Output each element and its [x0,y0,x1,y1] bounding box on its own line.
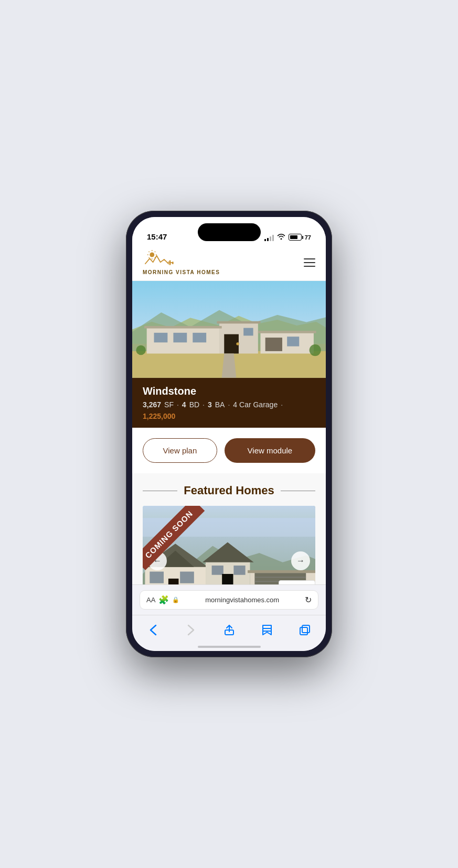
svg-line-7 [155,252,155,252]
hero-ba-value: 3 [208,400,212,409]
recaptcha-icon [290,584,304,584]
coming-soon-ribbon: COMING SOON [143,506,227,584]
svg-rect-21 [193,333,206,342]
svg-point-30 [310,344,321,356]
browser-lock-icon: 🔒 [172,596,179,603]
phone-frame: 15:47 [126,211,332,657]
svg-rect-28 [287,337,299,346]
hero-image [132,281,326,378]
featured-card: COMING SOON ← → [143,506,315,584]
browser-reload-button[interactable]: ↻ [305,595,312,605]
svg-rect-19 [154,333,168,342]
hamburger-menu[interactable] [304,258,315,267]
phone-screen: 15:47 [132,217,326,651]
back-button[interactable] [143,620,164,641]
hero-house-name: Windstone [143,385,315,397]
featured-image: COMING SOON ← → [143,506,315,584]
logo-image [143,249,185,268]
heading-line-right [281,491,315,491]
view-module-button[interactable]: View module [225,438,315,463]
svg-point-29 [136,345,145,355]
svg-rect-20 [173,333,187,342]
hero-info-banner: Windstone 3,267 SF · 4 BD · 3 BA · 4 Car… [132,378,326,428]
hero-sf-value: 3,267 [143,400,161,409]
svg-line-5 [148,252,149,252]
battery-percent: 77 [305,234,311,241]
svg-rect-44 [233,566,245,575]
browser-bar: AA 🧩 🔒 morningvistahomes.com ↻ [132,584,326,615]
home-indicator [198,646,261,648]
svg-rect-26 [258,331,316,334]
recaptcha-badge: Privacy · Terms [279,580,315,584]
browser-url-text[interactable]: morningvistahomes.com [183,596,302,604]
wifi-icon [277,233,285,241]
svg-marker-31 [222,354,237,378]
svg-rect-27 [265,338,282,351]
hero-bd-value: 4 [182,400,186,409]
hero-garage: 4 Car Garage [233,400,278,409]
coming-soon-label: COMING SOON [143,506,205,570]
scroll-area[interactable]: MORNING VISTA HOMES [132,244,326,584]
svg-rect-61 [300,627,307,635]
forward-button[interactable] [180,620,201,641]
heading-line-left [143,491,177,491]
featured-section: Featured Homes [132,473,326,584]
svg-rect-62 [302,625,310,633]
hero-house-illustration [132,288,326,378]
browser-aa-button[interactable]: AA [146,596,155,604]
browser-url-bar[interactable]: AA 🧩 🔒 morningvistahomes.com ↻ [140,590,318,610]
nav-header: MORNING VISTA HOMES [132,244,326,281]
cta-buttons: View plan View module [132,428,326,473]
view-plan-button[interactable]: View plan [143,438,217,463]
bookmarks-button[interactable] [257,620,278,641]
svg-rect-11 [169,262,173,263]
logo-area: MORNING VISTA HOMES [143,249,220,275]
tabs-button[interactable] [294,620,315,641]
svg-rect-12 [172,262,174,264]
svg-point-23 [236,343,239,346]
svg-rect-24 [243,328,253,336]
hero-bd-label: BD [189,400,199,409]
featured-title: Featured Homes [184,484,274,497]
share-button[interactable] [219,620,240,641]
svg-rect-10 [168,262,169,263]
featured-heading: Featured Homes [143,484,315,497]
svg-line-8 [148,257,149,258]
hero-sf-label: SF [164,400,174,409]
hero-house-details: 3,267 SF · 4 BD · 3 BA · 4 Car Garage · … [143,400,315,420]
battery-icon: 77 [289,234,311,241]
signal-icon [264,234,274,241]
svg-point-0 [150,253,154,257]
svg-rect-18 [217,321,260,324]
dynamic-island [198,223,261,241]
status-icons: 77 [264,233,311,241]
svg-rect-47 [248,570,315,573]
hero-ba-label: BA [215,400,225,409]
svg-rect-17 [144,326,222,329]
logo-text: MORNING VISTA HOMES [143,269,220,275]
carousel-next-button[interactable]: → [291,551,310,570]
status-time: 15:47 [147,232,167,241]
hero-price: 1,225,000 [143,412,175,420]
browser-puzzle-icon: 🧩 [158,595,169,605]
